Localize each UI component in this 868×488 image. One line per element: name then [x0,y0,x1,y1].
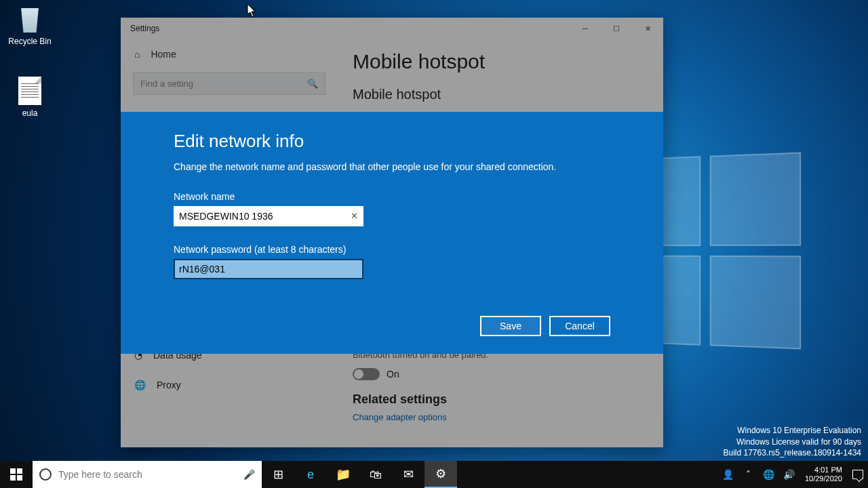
microphone-icon: 🎤 [243,469,255,480]
taskbar: Type here to search 🎤 ⊞ e 📁 🛍 ✉ ⚙ 👤 ˄ 🌐 … [0,461,868,488]
cortana-icon [39,468,52,481]
taskbar-search[interactable]: Type here to search 🎤 [33,461,262,488]
recycle-bin-icon [15,4,45,34]
desktop-icon-recycle-bin[interactable]: Recycle Bin [4,4,56,46]
desktop-icon-label: eula [4,108,56,118]
cancel-button[interactable]: Cancel [549,316,610,336]
watermark-line: Windows 10 Enterprise Evaluation [724,425,862,436]
network-password-label: Network password (at least 8 characters) [174,244,610,255]
taskbar-edge[interactable]: e [294,461,327,488]
dialog-title: Edit network info [174,131,610,152]
watermark-line: Windows License valid for 90 days [724,436,862,447]
tray-chevron-up-icon[interactable]: ˄ [738,461,759,488]
watermark-line: Build 17763.rs5_release.180914-1434 [724,447,862,458]
taskbar-settings[interactable]: ⚙ [425,461,457,488]
network-name-input[interactable]: MSEDGEWIN10 1936 ✕ [174,206,363,226]
clock-time: 4:01 PM [805,466,842,474]
taskbar-clock[interactable]: 4:01 PM 10/29/2020 [800,466,848,483]
search-placeholder-text: Type here to search [58,469,142,480]
windows-watermark: Windows 10 Enterprise Evaluation Windows… [724,425,862,458]
system-tray: 👤 ˄ 🌐 🔊 4:01 PM 10/29/2020 [718,461,868,488]
clear-input-icon[interactable]: ✕ [351,211,358,221]
clock-date: 10/29/2020 [805,474,842,483]
taskbar-apps: ⊞ e 📁 🛍 ✉ ⚙ [262,461,457,488]
task-view-button[interactable]: ⊞ [262,461,294,488]
dialog-description: Change the network name and password tha… [174,161,610,172]
document-icon [15,76,45,106]
tray-people-icon[interactable]: 👤 [718,461,738,488]
network-password-input[interactable]: rN16@031 [174,259,363,279]
desktop-icon-label: Recycle Bin [4,37,56,46]
action-center-icon[interactable] [848,461,868,488]
mouse-cursor [247,4,256,18]
edit-network-info-dialog: Edit network info Change the network nam… [121,112,663,354]
taskbar-mail[interactable]: ✉ [392,461,425,488]
save-button[interactable]: Save [480,316,541,336]
tray-network-icon[interactable]: 🌐 [759,461,779,488]
windows-icon [10,468,22,481]
network-name-label: Network name [174,191,610,202]
tray-volume-icon[interactable]: 🔊 [779,461,800,488]
taskbar-store[interactable]: 🛍 [359,461,392,488]
input-value: rN16@031 [179,264,225,274]
taskbar-file-explorer[interactable]: 📁 [327,461,359,488]
input-value: MSEDGEWIN10 1936 [179,211,273,222]
desktop-icon-eula[interactable]: eula [4,76,56,118]
start-button[interactable] [0,461,33,488]
